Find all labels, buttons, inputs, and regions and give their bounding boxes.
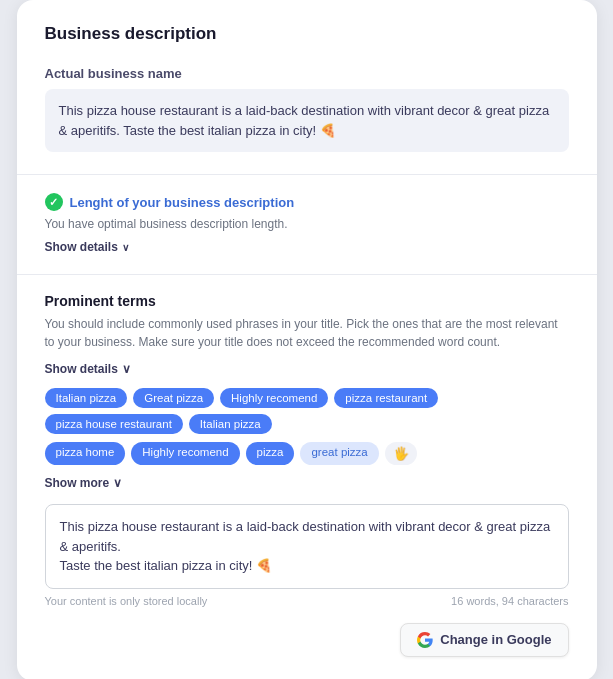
tag-pizza-house-restaurant[interactable]: pizza house restaurant	[45, 414, 183, 434]
word-count: 16 words, 94 characters	[451, 595, 568, 607]
tag-pizza-restaurant[interactable]: pizza restaurant	[334, 388, 438, 408]
tag-great-pizza-light[interactable]: great pizza	[300, 442, 378, 465]
change-in-google-label: Change in Google	[440, 632, 551, 647]
length-chevron-icon: ∨	[122, 242, 129, 253]
tag-italian-pizza-2[interactable]: Italian pizza	[189, 414, 272, 434]
actual-business-name-label: Actual business name	[45, 66, 569, 81]
tags-row-1: Italian pizza Great pizza Highly recomen…	[45, 388, 569, 434]
tag-emoji-icon[interactable]: 🖐	[385, 442, 417, 465]
show-more-label: Show more	[45, 476, 110, 490]
length-status-desc: You have optimal business description le…	[45, 217, 569, 231]
tag-highly-recomend-1[interactable]: Highly recomend	[220, 388, 328, 408]
prominent-chevron-icon: ∨	[122, 362, 131, 376]
tag-pizza[interactable]: pizza	[246, 442, 295, 465]
bottom-row: Change in Google	[45, 623, 569, 657]
prominent-terms-desc: You should include commonly used phrases…	[45, 315, 569, 351]
tag-highly-recomend-2[interactable]: Highly recomend	[131, 442, 239, 465]
length-status-row: Lenght of your business description	[45, 193, 569, 211]
green-check-icon	[45, 193, 63, 211]
change-in-google-button[interactable]: Change in Google	[400, 623, 568, 657]
tag-italian-pizza-1[interactable]: Italian pizza	[45, 388, 128, 408]
footer-row: Your content is only stored locally 16 w…	[45, 595, 569, 607]
show-more-button[interactable]: Show more ∨	[45, 476, 123, 490]
show-more-chevron-icon: ∨	[113, 476, 122, 490]
tag-pizza-home[interactable]: pizza home	[45, 442, 126, 465]
storage-note: Your content is only stored locally	[45, 595, 208, 607]
tags-row-2: pizza home Highly recomend pizza great p…	[45, 442, 569, 465]
divider-2	[17, 274, 597, 275]
content-text-area: This pizza house restaurant is a laid-ba…	[45, 504, 569, 589]
google-g-icon	[417, 632, 433, 648]
prominent-terms-title: Prominent terms	[45, 293, 569, 309]
main-card: Business description Actual business nam…	[17, 0, 597, 679]
divider-1	[17, 174, 597, 175]
length-show-details-button[interactable]: Show details ∨	[45, 240, 129, 254]
length-show-details-label: Show details	[45, 240, 118, 254]
length-status-title: Lenght of your business description	[70, 195, 295, 210]
tag-great-pizza[interactable]: Great pizza	[133, 388, 214, 408]
prominent-show-details-label: Show details	[45, 362, 118, 376]
actual-business-name-value: This pizza house restaurant is a laid-ba…	[45, 89, 569, 152]
card-title: Business description	[45, 24, 569, 44]
prominent-show-details-button[interactable]: Show details ∨	[45, 362, 131, 376]
